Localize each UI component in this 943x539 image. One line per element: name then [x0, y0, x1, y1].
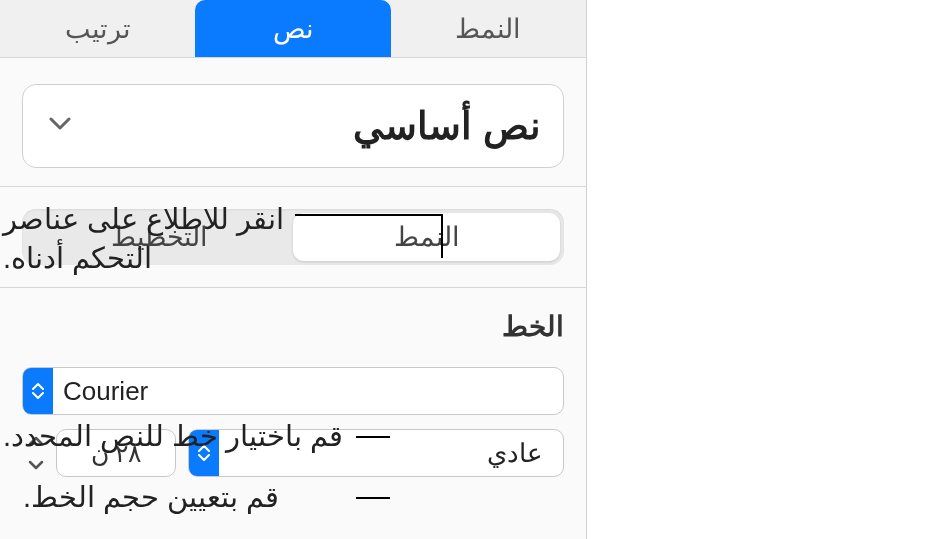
updown-icon: [23, 368, 53, 414]
font-family-popup[interactable]: Courier: [22, 367, 564, 415]
font-heading: الخط: [22, 310, 564, 343]
callout-size: قم بتعيين حجم الخط.: [23, 478, 353, 517]
callout-font: قم باختيار خط للنص المحدد.: [3, 417, 353, 456]
paragraph-style-selector[interactable]: نص أساسي: [22, 84, 564, 168]
callout-line: [295, 214, 443, 216]
font-family-row: Courier: [22, 367, 564, 415]
callout-line: [356, 436, 390, 438]
stepper-down-icon[interactable]: [28, 456, 44, 474]
subtab-style[interactable]: النمط: [293, 213, 560, 261]
paragraph-style-section: نص أساسي: [0, 58, 586, 186]
top-tabs: النمط نص ترتيب: [0, 0, 586, 58]
callout-line: [441, 214, 443, 258]
tab-arrange[interactable]: ترتيب: [0, 0, 195, 57]
callout-line: [356, 497, 390, 499]
paragraph-style-name: نص أساسي: [45, 104, 541, 148]
callout-subtabs: انقر للاطلاع على عناصر التحكم أدناه.: [3, 200, 293, 278]
font-family-value: Courier: [53, 376, 549, 407]
tab-text[interactable]: نص: [195, 0, 390, 57]
tab-style[interactable]: النمط: [391, 0, 586, 57]
chevron-down-icon: [49, 117, 71, 135]
